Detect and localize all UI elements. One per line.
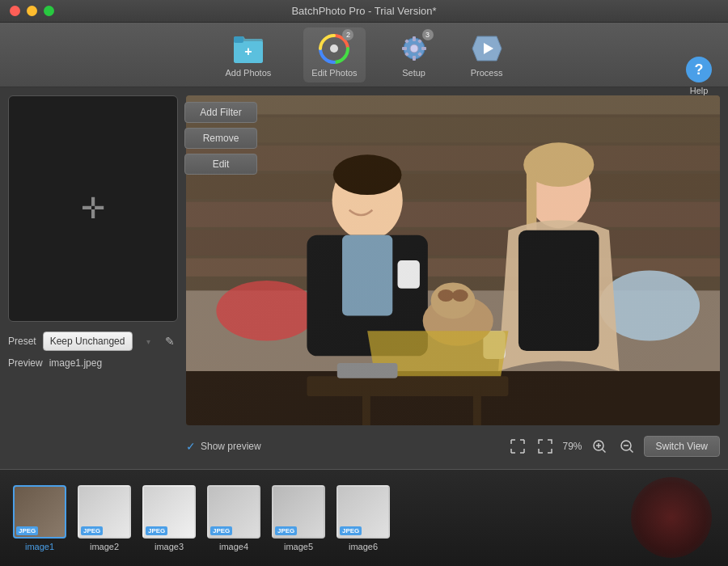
minimize-button[interactable] [27,6,37,16]
film-thumb-4[interactable]: JPEG [207,485,260,539]
film-thumb-3[interactable]: JPEG [142,485,196,539]
film-label-2: image2 [90,542,119,551]
film-label-5: image5 [284,542,313,551]
film-label-4: image4 [219,542,248,551]
zoom-in-button[interactable] [589,437,610,455]
jpeg-badge-1: JPEG [16,526,38,535]
film-label-6: image6 [349,542,378,551]
close-button[interactable] [10,6,20,16]
zoom-out-button[interactable] [616,437,637,455]
setup-label: Setup [402,68,425,78]
svg-rect-10 [413,56,416,61]
view-controls: 79% Switch View [507,436,720,457]
film-thumb-1[interactable]: JPEG [13,485,66,539]
help-icon: ? [686,57,712,82]
main-content: ✛ Add Filter Remove Edit Preset Keep Unc… [0,87,728,469]
fit-width-button[interactable] [507,437,528,455]
title-bar: BatchPhoto Pro - Trial Version* [0,0,728,23]
jpeg-badge-2: JPEG [81,526,103,535]
process-icon [471,32,503,65]
edit-button[interactable]: Edit [184,154,257,175]
left-panel: ✛ Add Filter Remove Edit Preset Keep Unc… [8,95,178,461]
jpeg-badge-6: JPEG [340,526,362,535]
jpeg-badge-5: JPEG [275,526,297,535]
svg-text:+: + [244,44,252,58]
add-photos-label: Add Photos [225,68,271,78]
film-label-3: image3 [154,542,184,551]
show-preview-label: Show preview [201,441,261,452]
setup-icon: 3 [398,32,430,65]
preset-edit-icon[interactable]: ✎ [162,333,178,349]
film-thumb-6[interactable]: JPEG [336,485,390,539]
help-label: Help [690,86,709,95]
preset-dropdown-wrapper: Keep Unchanged ▾ [43,332,155,351]
jpeg-badge-3: JPEG [146,526,167,535]
edit-photos-label: Edit Photos [311,68,357,78]
jpeg-badge-4: JPEG [210,526,232,535]
svg-rect-9 [413,36,416,41]
plus-icon: ✛ [81,194,105,223]
setup-tool[interactable]: 3 Setup [390,27,438,82]
film-thumb-2[interactable]: JPEG [78,485,131,539]
edit-photos-tool[interactable]: 2 Edit Photos [303,27,365,82]
switch-view-button[interactable]: Switch View [644,436,720,457]
photo-display [186,95,720,425]
filter-list-area: ✛ [8,95,178,322]
film-thumb-5[interactable]: JPEG [272,485,325,539]
show-preview-checkbox[interactable]: ✓ Show preview [186,440,261,453]
filmstrip-item-6[interactable]: JPEG image6 [336,485,390,551]
setup-badge: 3 [422,29,434,40]
preview-label: Preview [8,357,43,369]
maximize-button[interactable] [44,6,54,16]
svg-point-8 [410,44,418,53]
window-controls[interactable] [10,6,54,16]
filmstrip: JPEG image1 JPEG image2 JPEG image3 JPEG… [0,469,728,566]
edit-photos-badge: 2 [342,29,353,40]
preview-filename: image1.jpeg [49,357,102,369]
preset-select[interactable]: Keep Unchanged [43,332,133,351]
svg-rect-11 [402,47,407,50]
preview-row: Preview image1.jpeg [8,357,178,369]
svg-rect-12 [421,47,426,50]
edit-photos-icon: 2 [318,32,350,65]
filmstrip-item-1[interactable]: JPEG image1 [13,485,66,551]
add-filter-button[interactable]: Add Filter [184,102,257,123]
remove-button[interactable]: Remove [184,128,257,149]
process-label: Process [471,68,503,78]
process-tool[interactable]: Process [463,27,511,82]
preset-label: Preset [8,336,36,347]
photo-area: ✓ Show preview 79% [186,95,720,461]
filmstrip-item-4[interactable]: JPEG image4 [207,485,260,551]
fit-all-button[interactable] [535,437,556,455]
preset-row: Preset Keep Unchanged ▾ ✎ [8,332,178,351]
svg-point-6 [330,44,338,53]
add-photos-tool[interactable]: + Add Photos [217,27,279,82]
check-icon: ✓ [186,440,196,453]
chevron-down-icon: ▾ [146,337,150,346]
filmstrip-decoration [631,477,712,558]
film-label-1: image1 [25,542,54,551]
svg-rect-48 [186,95,720,425]
svg-rect-3 [234,36,243,43]
help-button[interactable]: ? Help [686,57,712,95]
filmstrip-item-3[interactable]: JPEG image3 [142,485,196,551]
window-title: BatchPhoto Pro - Trial Version* [291,5,436,17]
filmstrip-item-5[interactable]: JPEG image5 [272,485,325,551]
zoom-level: 79% [562,441,582,452]
toolbar: + Add Photos 2 Edit Photos [0,23,728,87]
add-photos-icon: + [232,32,265,65]
photo-controls-bar: ✓ Show preview 79% [186,432,720,461]
filmstrip-item-2[interactable]: JPEG image2 [78,485,131,551]
